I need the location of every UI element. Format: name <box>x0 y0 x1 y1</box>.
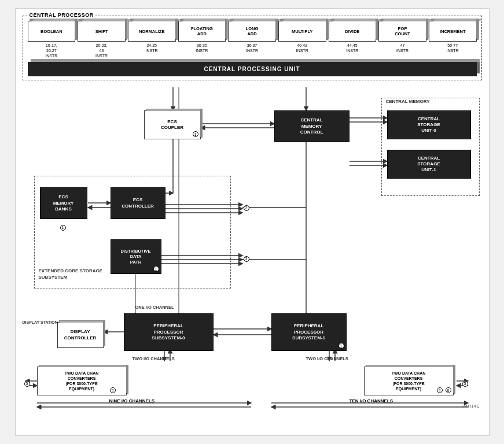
func-unit-box: POP COUNT <box>378 21 426 42</box>
ecs-memory-banks-block: ECS MEMORY BANKS <box>40 187 87 219</box>
func-unit-box: SHIFT <box>78 21 126 42</box>
function-units: BOOLEAN 10-17, 26,27 INSTR SHIFT 20-23, … <box>28 21 477 58</box>
func-unit-instr: 10-17, 26,27 INSTR <box>45 43 57 58</box>
func-unit-boolean: BOOLEAN 10-17, 26,27 INSTR <box>28 21 76 58</box>
badge-2: 2 <box>244 204 249 211</box>
badge-1-ecs-coupler: 1 <box>193 131 198 137</box>
ecs-subsystem-label: EXTENDED CORE STORAGESUBSYSTEM <box>39 268 103 280</box>
func-unit-box: DIVIDE <box>329 21 377 42</box>
page: CENTRAL PROCESSOR BOOLEAN 10-17, 26,27 I… <box>15 8 490 436</box>
distributive-data-path-block: DISTRIBUTIVE DATA PATH 1 <box>111 239 161 274</box>
func-unit-floating-add: FLOATING ADD 30-35 INSTR <box>178 21 226 58</box>
central-memory-label: CENTRAL MEMORY <box>386 99 430 104</box>
func-unit-shift: SHIFT 20-23, 43 INSTR <box>78 21 126 58</box>
func-unit-box: LONG ADD <box>228 21 276 42</box>
ecs-coupler-block: ECS COUPLER 1 <box>144 110 201 139</box>
func-unit-instr: 36,37 INSTR <box>246 43 258 53</box>
ecs-controller-block: ECS CONTROLLER <box>111 187 165 219</box>
func-unit-box: MULTIPLY <box>278 21 326 42</box>
central-processor-label: CENTRAL PROCESSOR <box>28 12 95 18</box>
ten-io-channels-label: TEN I/O CHANNELS <box>350 398 393 404</box>
central-memory-control-block: CENTRAL MEMORY CONTROL <box>274 110 350 142</box>
func-unit-divide: DIVIDE 44,45 INSTR <box>329 21 377 58</box>
two-io-channels-right-label: TWO I/O CHANNELS <box>306 356 348 361</box>
func-unit-instr: 20-23, 43 INSTR <box>95 43 108 58</box>
func-unit-instr: 50-77 INSTR <box>447 43 459 53</box>
display-station-label: DISPLAY STATION <box>23 320 58 324</box>
data-chan-converters-0-block: TWO DATA CHAN CONVERTERS (FOR 3000-TYPE … <box>37 367 127 395</box>
func-unit-increment: INCREMENT 50-77 INSTR <box>429 21 477 58</box>
badge-1-ddp: 1 <box>153 266 159 272</box>
main-diagram: ECS COUPLER 1 CENTRAL MEMORY CONTROL CEN… <box>23 86 482 410</box>
one-io-channel-label: ONE I/O CHANNEL <box>135 305 174 310</box>
display-controller-block: DISPLAY CONTROLLER <box>57 322 104 348</box>
badge-6: 6 <box>446 387 451 393</box>
badge-5b: 5 <box>462 380 468 387</box>
badge-5a: 5 <box>24 380 30 387</box>
footnote: 3AR14E <box>462 404 480 409</box>
cpu-bar: CENTRAL PROCESSING UNIT <box>28 62 477 76</box>
func-unit-instr: 40-42 INSTR <box>296 43 308 53</box>
badge-1-ecs: 1 <box>60 224 66 231</box>
data-chan-converters-1-block: TWO DATA CHAN CONVERTERS (FOR 3000-TYPE … <box>364 367 454 395</box>
func-unit-instr: 30-35 INSTR <box>196 43 208 53</box>
func-unit-long-add: LONG ADD 36,37 INSTR <box>228 21 276 58</box>
badge-3: 3 <box>244 255 249 262</box>
func-unit-box: FLOATING ADD <box>178 21 226 42</box>
peripheral-processor-0-block: PERIPHERAL PROCESSOR SUBSYSTEM-0 <box>124 313 214 351</box>
peripheral-processor-1-block: PERIPHERAL PROCESSOR SUBSYSTEM-1 1 <box>271 313 347 351</box>
func-unit-box: NORMALIZE <box>128 21 176 42</box>
func-unit-instr: 44,45 INSTR <box>346 43 358 53</box>
central-storage-0-block: CENTRAL STORAGE UNIT-0 <box>387 110 471 139</box>
func-unit-instr: 47 INSTR <box>396 43 409 53</box>
func-unit-multiply: MULTIPLY 40-42 INSTR <box>278 21 326 58</box>
func-unit-normalize: NORMALIZE 24,25 INSTR <box>128 21 176 58</box>
badge-4b: 4 <box>437 387 443 393</box>
func-unit-pop-count: POP COUNT 47 INSTR <box>378 21 426 58</box>
func-unit-box: BOOLEAN <box>28 21 76 42</box>
two-io-channels-left-label: TWO I/O CHANNELS <box>133 356 175 361</box>
badge-1-pp1: 1 <box>339 343 344 349</box>
central-storage-1-block: CENTRAL STORAGE UNIT-1 <box>387 150 471 179</box>
badge-4a: 4 <box>110 387 116 393</box>
func-unit-instr: 24,25 INSTR <box>146 43 158 53</box>
nine-io-channels-label: NINE I/O CHANNELS <box>109 398 155 404</box>
func-unit-box: INCREMENT <box>429 21 477 42</box>
central-processor-section: CENTRAL PROCESSOR BOOLEAN 10-17, 26,27 I… <box>23 16 482 80</box>
